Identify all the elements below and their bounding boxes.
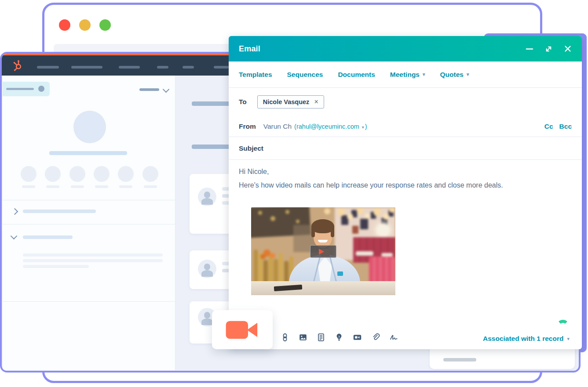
minimize-icon[interactable] xyxy=(525,44,534,53)
nav-item-placeholder[interactable] xyxy=(157,66,168,69)
tab-templates[interactable]: Templates xyxy=(239,71,272,79)
play-icon xyxy=(319,249,324,255)
traffic-light-minimize[interactable] xyxy=(79,19,91,31)
associated-records-dropdown[interactable]: Associated with 1 record ▾ xyxy=(483,335,570,343)
back-link-placeholder[interactable] xyxy=(3,82,50,96)
editor-toolbar xyxy=(281,333,399,342)
lightbulb-icon[interactable] xyxy=(335,333,343,342)
action-circle[interactable] xyxy=(45,166,61,182)
video-thumbnail[interactable] xyxy=(251,207,395,295)
tab-documents[interactable]: Documents xyxy=(338,71,375,79)
video-icon[interactable] xyxy=(353,333,362,342)
expand-icon[interactable] xyxy=(544,45,553,53)
hubspot-sprocket-icon[interactable] xyxy=(11,59,24,72)
cc-button[interactable]: Cc xyxy=(544,123,553,130)
play-button[interactable] xyxy=(310,245,336,258)
action-circle[interactable] xyxy=(142,166,158,182)
nav-item-placeholder[interactable] xyxy=(71,66,102,69)
nav-item-placeholder[interactable] xyxy=(37,66,59,69)
chevron-right-icon[interactable] xyxy=(11,208,18,215)
signature-icon[interactable] xyxy=(389,333,399,342)
person-avatar-icon xyxy=(198,260,216,278)
chevron-down-icon: ▾ xyxy=(362,125,364,130)
green-arc-decoration xyxy=(557,320,569,332)
image-icon[interactable] xyxy=(299,333,307,342)
section-title-placeholder xyxy=(23,210,96,213)
nav-item-placeholder[interactable] xyxy=(119,66,140,69)
subject-label: Subject xyxy=(239,145,263,152)
traffic-light-close[interactable] xyxy=(59,19,70,31)
action-circle[interactable] xyxy=(94,166,110,182)
page: Email Templates Sequences Documents Meet… xyxy=(0,0,588,387)
nav-item-placeholder[interactable] xyxy=(214,66,229,69)
modal-header: Email xyxy=(229,36,582,61)
modal-tabs: Templates Sequences Documents Meetings▾ … xyxy=(229,61,582,88)
link-icon[interactable] xyxy=(281,333,289,342)
camcorder-icon xyxy=(225,318,259,341)
actions-placeholder[interactable] xyxy=(139,88,159,91)
chevron-down-icon[interactable] xyxy=(163,86,170,93)
modal-title: Email xyxy=(239,36,260,61)
video-record-button[interactable] xyxy=(212,310,273,349)
remove-recipient-icon[interactable]: × xyxy=(314,98,318,105)
action-circle[interactable] xyxy=(69,166,85,182)
sender-name: Varun Ch xyxy=(263,123,292,130)
chevron-down-icon[interactable] xyxy=(11,233,18,240)
contact-sidebar xyxy=(3,76,175,370)
to-label: To xyxy=(239,98,247,106)
recipient-chip[interactable]: Nicole Vasquez × xyxy=(257,95,324,109)
sender-email-dropdown[interactable]: (rahul@lyceuminc.com ▾) xyxy=(294,123,367,130)
attachment-icon[interactable] xyxy=(371,333,380,342)
close-icon[interactable] xyxy=(563,44,572,53)
from-row: From Varun Ch (rahul@lyceuminc.com ▾) Cc… xyxy=(229,116,582,137)
from-label: From xyxy=(239,123,256,130)
email-compose-modal: Email Templates Sequences Documents Meet… xyxy=(229,36,582,349)
action-circle[interactable] xyxy=(118,166,134,182)
tab-sequences[interactable]: Sequences xyxy=(287,71,323,79)
contact-name-placeholder xyxy=(49,151,127,155)
body-line: Here's how video mails can help increase… xyxy=(239,181,572,189)
action-circle[interactable] xyxy=(21,166,37,182)
traffic-light-zoom[interactable] xyxy=(99,19,111,31)
to-row[interactable]: To Nicole Vasquez × xyxy=(229,88,582,116)
section-title-placeholder xyxy=(23,235,73,239)
tab-quotes[interactable]: Quotes▾ xyxy=(440,71,469,79)
template-icon[interactable] xyxy=(317,333,325,342)
chevron-down-icon: ▾ xyxy=(567,336,570,342)
subject-row[interactable]: Subject xyxy=(229,137,582,160)
contact-avatar xyxy=(73,111,106,143)
body-line: Hi Nicole, xyxy=(239,168,572,176)
chevron-down-icon: ▾ xyxy=(423,72,425,77)
bcc-button[interactable]: Bcc xyxy=(559,123,572,130)
email-body-editor[interactable]: Hi Nicole, Here's how video mails can he… xyxy=(229,160,582,195)
chevron-down-icon: ▾ xyxy=(467,72,469,77)
thumbnail-counter xyxy=(251,281,395,295)
tab-meetings[interactable]: Meetings▾ xyxy=(390,71,425,79)
nav-item-placeholder[interactable] xyxy=(183,66,194,69)
person-avatar-icon xyxy=(198,188,216,206)
